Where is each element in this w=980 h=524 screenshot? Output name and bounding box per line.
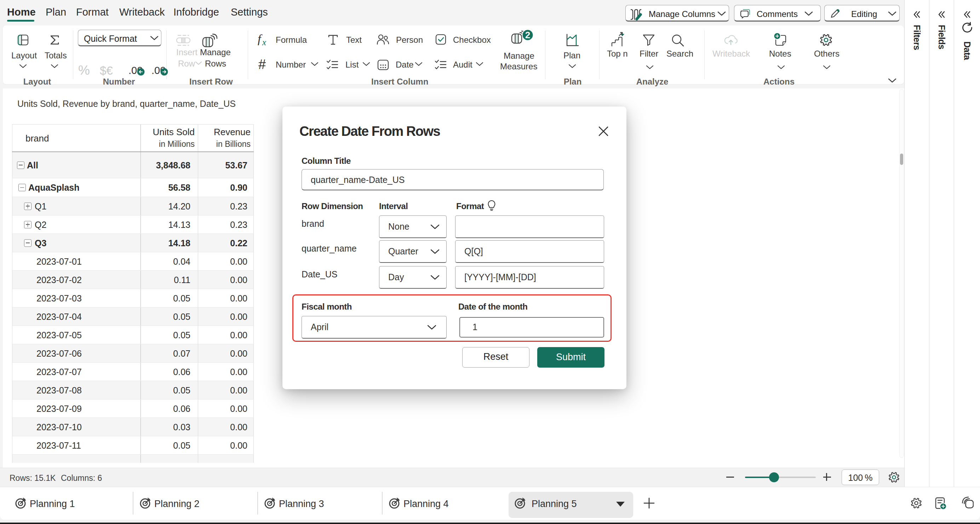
svg-text:#: #	[258, 59, 266, 71]
svg-text:f: f	[258, 33, 262, 45]
svg-text:2: 2	[525, 30, 530, 40]
svg-text:x: x	[262, 38, 266, 46]
